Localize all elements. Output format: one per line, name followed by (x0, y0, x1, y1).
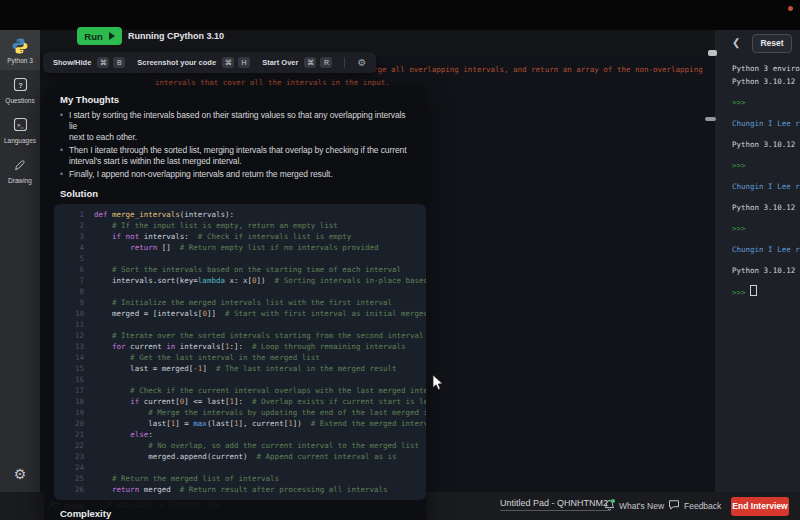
line-number: 25 (54, 473, 84, 484)
solution-code-block: 1def merge_intervals(intervals):2 # If t… (54, 204, 426, 500)
window-top-strip (0, 0, 800, 30)
pad-title-input[interactable]: Untitled Pad - QHNHTNM2 (500, 498, 608, 511)
line-number: 15 (54, 363, 84, 374)
thoughts-title: My Thoughts (60, 94, 410, 105)
thought-bullet: •Finally, I append non-overlapping inter… (60, 169, 410, 180)
console-output[interactable]: Python 3 environPython 3.10.12>>>Chungin… (732, 62, 800, 492)
sidebar-item-questions[interactable]: ?Questions (0, 70, 40, 110)
toolbar-gear-icon[interactable]: ⚙ (357, 57, 366, 68)
code-line: 12 # Iterate over the sorted intervals s… (54, 330, 426, 341)
code-line: 22 # No overlap, so add the current inte… (54, 440, 426, 451)
line-number: 20 (54, 418, 84, 429)
line-number: 22 (54, 440, 84, 451)
console-line: Chungin I Lee ra (732, 243, 800, 256)
sidebar-item-languages[interactable]: >_Languages (0, 110, 40, 150)
sidebar-item-label: Languages (0, 137, 40, 144)
code-line: 11 (54, 319, 426, 330)
toolbar-action-show-hide[interactable]: Show/Hide⌘B (53, 57, 125, 68)
line-number: 1 (54, 209, 84, 220)
code-line: 20 last[1] = max(last[1], current[1]) # … (54, 418, 426, 429)
line-number: 24 (54, 462, 84, 473)
questions-icon: ? (0, 77, 40, 95)
line-number: 14 (54, 352, 84, 363)
speech-bubble-icon (668, 499, 680, 512)
sidebar: Python 3?Questions>_LanguagesDrawing ⚙ (0, 30, 40, 492)
code-line: 5 (54, 253, 426, 264)
code-line: 17 # Check if the current interval overl… (54, 385, 426, 396)
toolbar-action-screenshot-your-code[interactable]: Screenshot your code⌘H (137, 57, 250, 68)
notification-dot (611, 499, 615, 503)
code-line: 23 merged.append(current) # Append curre… (54, 451, 426, 462)
settings-gear-icon[interactable]: ⚙ (0, 466, 40, 482)
solution-overlay-panel: My Thoughts •I start by sorting the inte… (44, 86, 426, 520)
sidebar-item-label: Questions (0, 97, 40, 104)
bullet-icon: • (60, 169, 63, 180)
run-button[interactable]: Run (77, 27, 122, 45)
code-line: 19 # Merge the intervals by updating the… (54, 407, 426, 418)
console-line: Chungin I Lee ra (732, 180, 800, 193)
bullet-icon: • (60, 110, 63, 143)
line-number: 9 (54, 297, 84, 308)
toolbar-action-start-over[interactable]: Start Over⌘R (262, 57, 332, 68)
sidebar-item-label: Python 3 (0, 57, 40, 64)
thought-text: I start by sorting the intervals based o… (69, 110, 410, 143)
divider-grip-top[interactable] (708, 50, 717, 56)
whats-new-button[interactable]: What's New (604, 499, 664, 513)
line-number: 12 (54, 330, 84, 341)
code-line: 21 else: (54, 429, 426, 440)
bullet-icon: • (60, 145, 63, 167)
console-line: >>> (732, 285, 800, 299)
code-line: 24 (54, 462, 426, 473)
line-number: 18 (54, 396, 84, 407)
play-icon (109, 32, 115, 40)
line-number: 21 (54, 429, 84, 440)
reset-button[interactable]: Reset (752, 34, 792, 53)
code-line: 1def merge_intervals(intervals): (54, 209, 426, 220)
run-status-text: Running CPython 3.10 (128, 31, 224, 41)
recording-dot (788, 6, 793, 11)
chevron-left-icon[interactable]: ❮ (732, 37, 740, 48)
run-button-label: Run (84, 31, 102, 42)
line-number: 5 (54, 253, 84, 264)
line-number: 3 (54, 231, 84, 242)
toolbar-action-label: Start Over (262, 58, 298, 67)
thought-bullet: •I start by sorting the intervals based … (60, 110, 410, 143)
end-interview-button[interactable]: End Interview (731, 497, 789, 516)
console-line: Python 3.10.12 (732, 201, 800, 214)
code-line: 6 # Sort the intervals based on the star… (54, 264, 426, 275)
console-line: Chungin I Lee ra (732, 117, 800, 130)
sidebar-item-drawing[interactable]: Drawing (0, 150, 40, 190)
code-line: 7 intervals.sort(key=lambda x: x[0]) # S… (54, 275, 426, 286)
line-number: 19 (54, 407, 84, 418)
feedback-button[interactable]: Feedback (668, 499, 721, 512)
solution-title: Solution (60, 188, 410, 199)
toolbar-divider (344, 57, 345, 68)
code-line: 4 return [] # Return empty list if no in… (54, 242, 426, 253)
complexity-title: Complexity (60, 508, 410, 519)
line-number: 2 (54, 220, 84, 231)
line-number: 7 (54, 275, 84, 286)
line-number: 17 (54, 385, 84, 396)
code-line: 10 merged = [intervals[0]] # Start with … (54, 308, 426, 319)
languages-icon: >_ (0, 117, 40, 135)
console-line: Python 3 environ (732, 62, 800, 75)
sidebar-item-label: Drawing (0, 177, 40, 184)
thought-bullet: •Then I iterate through the sorted list,… (60, 145, 410, 167)
svg-text:>_: >_ (17, 122, 24, 129)
divider-grip[interactable] (705, 117, 716, 121)
code-line: 3 if not intervals: # Check if intervals… (54, 231, 426, 242)
console-panel: ❮ Reset Python 3 environPython 3.10.12>>… (720, 30, 800, 492)
text-cursor (750, 285, 757, 296)
console-line: Python 3.10.12 (732, 264, 800, 277)
python-icon (0, 37, 40, 55)
sidebar-item-python-3[interactable]: Python 3 (0, 30, 40, 70)
overlay-toolbar: Show/Hide⌘BScreenshot your code⌘HStart O… (43, 52, 376, 73)
console-line: >>> (732, 159, 800, 172)
key-badge: ⌘ (304, 57, 316, 68)
line-number: 6 (54, 264, 84, 275)
code-line: 2 # If the input list is empty, return a… (54, 220, 426, 231)
key-badge: R (320, 57, 332, 68)
console-line: Python 3.10.12 (732, 75, 800, 88)
key-badge: ⌘ (222, 57, 234, 68)
code-line: 25 # Return the merged list of intervals (54, 473, 426, 484)
